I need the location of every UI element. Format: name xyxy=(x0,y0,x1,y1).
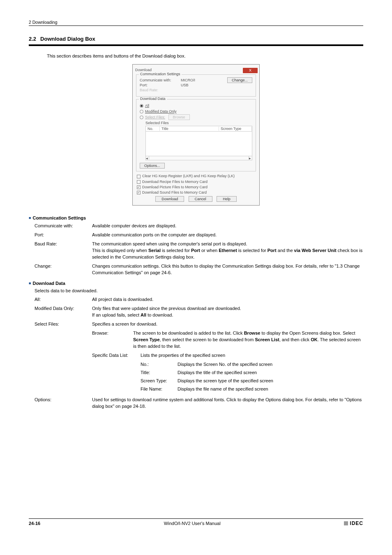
screentype-value: Displays the screen type of the specifie… xyxy=(178,378,363,384)
section-intro: This section describes items and buttons… xyxy=(47,53,363,58)
cw-value: MICRO/I xyxy=(181,78,195,82)
cw-def-value: Available computer devices are displayed… xyxy=(92,223,363,229)
filename-label: File Name: xyxy=(141,386,178,393)
chapter-header: 2 Downloading xyxy=(29,20,57,25)
help-button[interactable]: Help xyxy=(217,196,237,202)
radio-select-files[interactable]: Select Files: Browse xyxy=(140,115,252,119)
change-def-value: Changes communication settings. Click th… xyxy=(92,263,363,276)
change-def-label: Change: xyxy=(35,263,92,276)
modified-label: Modified Data Only: xyxy=(35,305,92,319)
title-label: Title: xyxy=(141,370,178,376)
section-divider xyxy=(29,44,363,46)
selected-files-label: Selected Files xyxy=(145,121,252,125)
section-number: 2.2 xyxy=(29,36,36,42)
speclist-value: Lists the properties of the specified sc… xyxy=(141,352,225,359)
baud-def-value: The communication speed when using the c… xyxy=(92,241,363,261)
section-title: Download Dialog Box xyxy=(40,36,95,42)
dd-heading: Download Data xyxy=(32,281,65,286)
download-button[interactable]: Download xyxy=(155,196,184,202)
check-recipe[interactable]: Download Recipe Files to Memory Card xyxy=(137,180,255,184)
comm-heading: Communication Settings xyxy=(32,215,86,220)
port-value: USB xyxy=(181,83,189,87)
port-def-label: Port: xyxy=(35,232,92,238)
cw-def-label: Communicate with: xyxy=(35,223,92,229)
scrollbar[interactable]: ◂ ▸ xyxy=(145,156,252,160)
page-number: 24-16 xyxy=(29,521,40,526)
no-label: No.: xyxy=(141,361,178,368)
manual-title: WindO/I-NV2 User's Manual xyxy=(164,521,221,526)
dialog-title: Download xyxy=(135,68,152,72)
selectfiles-label: Select Files: xyxy=(35,321,92,394)
check-clear[interactable]: Clear HG Keep Register (LKR) and HG Keep… xyxy=(137,174,255,178)
port-def-value: Available communication ports on the com… xyxy=(92,232,363,238)
all-value: All project data is downloaded. xyxy=(92,296,363,303)
comm-settings-legend: Communication Settings xyxy=(139,72,182,76)
baud-def-label: Baud Rate: xyxy=(35,241,92,261)
options-label: Options: xyxy=(35,397,92,410)
port-label: Port: xyxy=(140,83,181,87)
selectfiles-value: Specifies a screen for download. Browse:… xyxy=(92,321,363,394)
title-value: Displays the title of the specified scre… xyxy=(178,370,363,376)
file-list-body xyxy=(145,132,252,156)
comm-settings-fieldset: Communication Settings Communicate with:… xyxy=(136,74,256,97)
cw-label: Communicate with: xyxy=(140,78,181,82)
browse-label: Browse: xyxy=(92,330,133,350)
browse-button: Browse xyxy=(168,114,190,120)
radio-modified[interactable]: Modified Data Only xyxy=(140,109,252,113)
browse-value: The screen to be downloaded is added to … xyxy=(133,330,363,350)
no-value: Displays the Screen No. of the specified… xyxy=(178,361,363,368)
screentype-label: Screen Type: xyxy=(141,378,178,384)
all-label: All: xyxy=(35,296,92,303)
dd-subtext: Selects data to be downloaded. xyxy=(35,288,363,293)
options-button[interactable]: Options... xyxy=(140,163,165,169)
brand-logo: IDEC xyxy=(344,520,363,526)
radio-all[interactable]: All xyxy=(140,104,252,108)
page-footer: 24-16 WindO/I-NV2 User's Manual IDEC xyxy=(29,518,363,526)
check-sound[interactable]: ✓Download Sound Files to Memory Card xyxy=(137,190,255,194)
check-picture[interactable]: ✓Download Picture Files to Memory Card xyxy=(137,185,255,189)
change-button[interactable]: Change... xyxy=(227,77,252,83)
filename-value: Displays the file name of the specified … xyxy=(178,386,363,393)
cancel-button[interactable]: Cancel xyxy=(189,196,212,202)
options-value: Used for settings to download runtime sy… xyxy=(92,397,363,410)
speclist-label: Specific Data List: xyxy=(92,352,141,359)
file-list-header: No. Title Screen Type xyxy=(145,126,252,132)
modified-value: Only files that were updated since the p… xyxy=(92,305,363,319)
download-data-legend: Download Data xyxy=(139,97,167,101)
download-data-fieldset: Download Data All Modified Data Only Sel… xyxy=(136,99,256,171)
close-icon[interactable]: X xyxy=(243,68,258,73)
download-dialog: Download X Communication Settings Commun… xyxy=(132,64,260,206)
baud-label: Baud Rate: xyxy=(140,88,181,92)
